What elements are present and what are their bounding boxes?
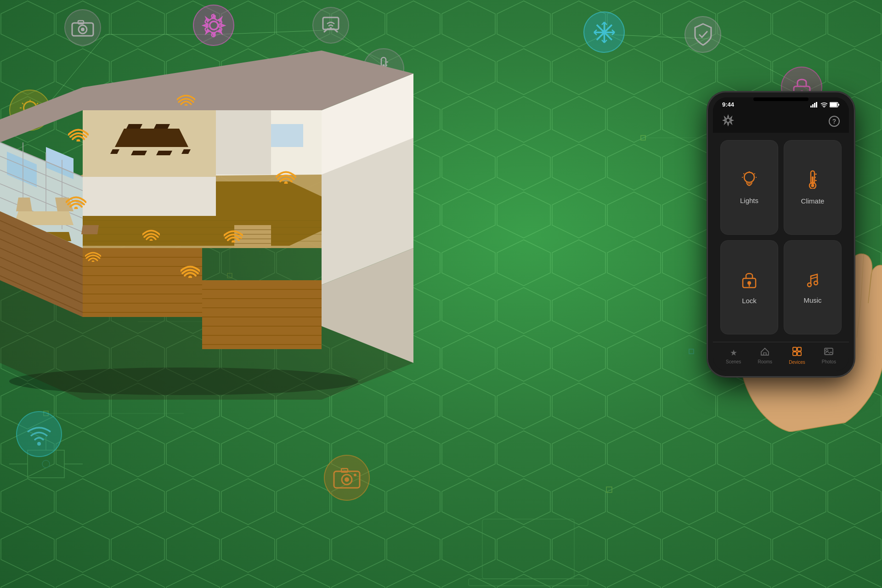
- svg-marker-148: [202, 280, 322, 349]
- photos-nav-label: Photos: [822, 359, 836, 364]
- app-tiles-grid: Lights Cl: [713, 133, 849, 342]
- svg-point-159: [74, 207, 78, 209]
- devices-nav-label: Devices: [789, 360, 805, 365]
- battery-status-icon: [830, 102, 840, 107]
- svg-point-39: [602, 30, 606, 34]
- svg-marker-100: [216, 110, 271, 175]
- svg-marker-101: [83, 177, 216, 216]
- music-icon: [804, 271, 821, 292]
- phone-device: 9:44: [707, 92, 854, 377]
- status-icons: [810, 102, 840, 107]
- svg-point-172: [726, 119, 730, 123]
- phone-screen: 9:44: [713, 97, 849, 371]
- svg-point-158: [284, 181, 288, 184]
- rooms-nav-icon: [760, 347, 769, 358]
- svg-rect-192: [797, 352, 801, 356]
- svg-rect-165: [812, 104, 814, 107]
- svg-point-157: [185, 104, 188, 106]
- camera-bottom-float-icon: [324, 455, 370, 501]
- lock-tile[interactable]: Lock: [720, 240, 778, 335]
- climate-label: Climate: [801, 197, 825, 205]
- wifi-hotspot-3: [276, 165, 296, 186]
- svg-point-186: [808, 283, 811, 287]
- help-label: ?: [832, 118, 837, 125]
- lights-label: Lights: [740, 197, 758, 204]
- phone-wrapper: 9:44: [707, 92, 854, 377]
- wifi-hotspot-1: [68, 123, 89, 143]
- svg-point-184: [747, 281, 751, 285]
- wifi-status-icon: [820, 102, 828, 107]
- svg-point-173: [744, 172, 754, 182]
- settings-button[interactable]: [722, 114, 734, 128]
- nav-scenes[interactable]: ★ Scenes: [726, 348, 741, 364]
- wifi-hotspot-8: [181, 260, 200, 280]
- lock-label: Lock: [742, 297, 757, 305]
- rooms-nav-label: Rooms: [758, 359, 772, 364]
- svg-point-163: [188, 276, 192, 278]
- phone-app-header: ?: [713, 110, 849, 133]
- wifi-hotspot-6: [224, 225, 243, 244]
- lock-icon: [741, 270, 757, 292]
- wifi-hotspot-5: [142, 225, 160, 243]
- snowflake-float-icon: [583, 11, 625, 53]
- climate-tile[interactable]: Climate: [784, 140, 842, 235]
- wifi-hotspot-7: [85, 248, 101, 264]
- svg-point-161: [232, 240, 235, 243]
- gear-icon: [722, 114, 734, 126]
- svg-rect-71: [341, 469, 348, 472]
- svg-marker-105: [154, 124, 170, 129]
- phone-notch: [753, 97, 808, 101]
- svg-point-178: [811, 184, 814, 187]
- svg-rect-189: [793, 347, 797, 351]
- lights-icon: [741, 170, 758, 192]
- svg-point-72: [354, 474, 356, 476]
- svg-marker-104: [126, 124, 142, 129]
- svg-marker-107: [131, 151, 147, 155]
- music-tile[interactable]: Music: [784, 240, 842, 335]
- svg-point-160: [150, 239, 153, 241]
- music-label: Music: [803, 296, 821, 304]
- lights-tile[interactable]: Lights: [720, 140, 778, 235]
- nav-devices[interactable]: Devices: [789, 347, 805, 365]
- shield-float-icon: [684, 16, 721, 53]
- status-time: 9:44: [722, 101, 734, 108]
- svg-rect-190: [797, 347, 801, 351]
- svg-rect-167: [816, 102, 817, 107]
- svg-marker-114: [81, 225, 99, 234]
- svg-rect-179: [812, 176, 814, 184]
- svg-rect-164: [810, 106, 812, 107]
- svg-marker-111: [16, 198, 32, 211]
- svg-rect-191: [793, 352, 797, 356]
- wifi-hotspot-4: [66, 191, 86, 211]
- svg-rect-188: [763, 353, 766, 355]
- photos-nav-icon: [824, 347, 833, 358]
- scenes-nav-icon: ★: [730, 348, 737, 358]
- scenes-nav-label: Scenes: [726, 359, 741, 364]
- house-3d-model: [0, 0, 413, 459]
- nav-photos[interactable]: Photos: [822, 347, 836, 364]
- svg-point-162: [92, 260, 95, 262]
- help-button[interactable]: ?: [829, 116, 840, 127]
- svg-point-70: [345, 477, 349, 482]
- svg-point-187: [814, 281, 818, 285]
- phone-navbar: ★ Scenes Rooms: [713, 342, 849, 371]
- devices-nav-icon: [792, 347, 802, 358]
- svg-rect-166: [814, 103, 815, 107]
- nav-rooms[interactable]: Rooms: [758, 347, 772, 364]
- svg-rect-171: [830, 103, 837, 107]
- climate-icon: [806, 170, 820, 192]
- svg-marker-108: [156, 151, 172, 155]
- wifi-hotspot-2: [177, 90, 195, 107]
- signal-icon: [810, 102, 819, 107]
- svg-point-156: [77, 139, 80, 141]
- svg-marker-103: [115, 129, 188, 147]
- svg-rect-170: [838, 104, 840, 106]
- svg-point-168: [824, 107, 825, 107]
